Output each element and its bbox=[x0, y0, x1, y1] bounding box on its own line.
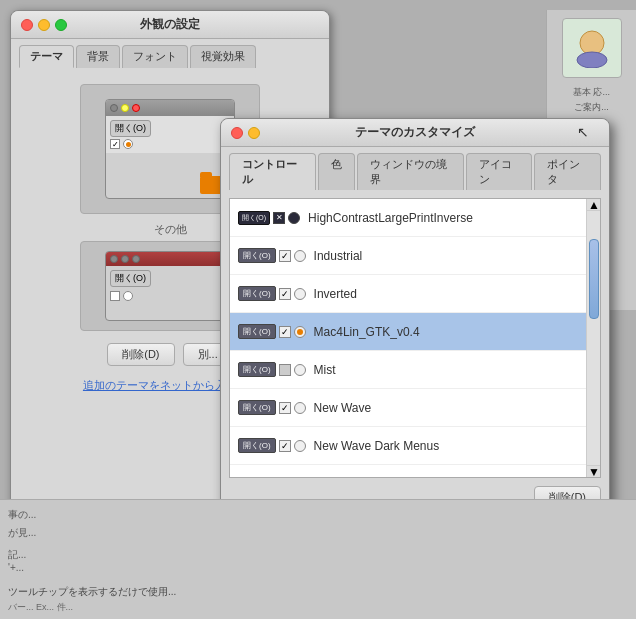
mini-close bbox=[110, 104, 118, 112]
scroll-down[interactable]: ▼ bbox=[587, 465, 601, 477]
list-item[interactable]: 開く(O) ✓ Mac4Lin_GTK_v0.4 bbox=[230, 313, 600, 351]
fg-minimize-button[interactable] bbox=[248, 127, 260, 139]
scroll-up[interactable]: ▲ bbox=[587, 199, 601, 211]
fg-list[interactable]: 開く(O) ✕ HighContrastLargePrintInverse 開く… bbox=[229, 198, 601, 478]
bg-tab-theme[interactable]: テーマ bbox=[19, 45, 74, 68]
mini2-min bbox=[121, 255, 129, 263]
bg-minimize-button[interactable] bbox=[38, 19, 50, 31]
item-6-controls: 開く(O) ✓ bbox=[238, 400, 306, 415]
fg-scrollbar[interactable]: ▲ ▼ bbox=[586, 199, 600, 477]
list-item[interactable]: 開く(O) ✓ New Wave bbox=[230, 389, 600, 427]
item-3-controls: 開く(O) ✓ bbox=[238, 286, 306, 301]
bg-tab-effects[interactable]: 視覚効果 bbox=[190, 45, 256, 68]
bottom-text-4: '+... bbox=[8, 562, 628, 573]
item-5-name: Mist bbox=[314, 363, 592, 377]
item-1-btn[interactable]: 開く(O) bbox=[238, 211, 270, 225]
item-7-controls: 開く(O) ✓ bbox=[238, 438, 306, 453]
mini-cb-row: ✓ bbox=[110, 139, 230, 149]
item-4-btn[interactable]: 開く(O) bbox=[238, 324, 276, 339]
mini-min bbox=[121, 104, 129, 112]
bottom-sub: バー... Ex... 件... bbox=[8, 601, 628, 614]
mini2-check bbox=[110, 291, 120, 301]
scroll-thumb[interactable] bbox=[589, 239, 599, 319]
item-2-radio bbox=[294, 250, 306, 262]
mini-max bbox=[132, 104, 140, 112]
item-2-name: Industrial bbox=[314, 249, 592, 263]
bg-window-title: 外観の設定 bbox=[140, 16, 200, 33]
item-6-name: New Wave bbox=[314, 401, 592, 415]
item-1-name: HighContrastLargePrintInverse bbox=[308, 211, 592, 225]
svg-point-1 bbox=[577, 52, 607, 68]
mini2-close bbox=[110, 255, 118, 263]
mini2-controls bbox=[110, 291, 230, 301]
bottom-text-1: 事の... bbox=[8, 508, 628, 522]
fg-window: テーマのカスタマイズ ↖ コントロール 色 ウィンドウの境界 アイコン ポインタ… bbox=[220, 118, 610, 548]
item-3-name: Inverted bbox=[314, 287, 592, 301]
item-2-controls: 開く(O) ✓ bbox=[238, 248, 306, 263]
cursor-indicator: ↖ bbox=[577, 124, 589, 140]
item-5-radio bbox=[294, 364, 306, 376]
item-3-btn[interactable]: 開く(O) bbox=[238, 286, 276, 301]
mini-checkbox: ✓ bbox=[110, 139, 120, 149]
fg-tab-icon[interactable]: アイコン bbox=[466, 153, 533, 190]
bottom-desc: ツールチップを表示するだけで使用... bbox=[8, 585, 628, 599]
bg-titlebar: 外観の設定 bbox=[11, 11, 329, 39]
item-6-check: ✓ bbox=[279, 402, 291, 414]
bottom-area: 事の... が見... 記... '+... ツールチップを表示するだけで使用.… bbox=[0, 499, 636, 619]
item-4-check: ✓ bbox=[279, 326, 291, 338]
mini-open-btn: 開く(O) bbox=[110, 120, 151, 137]
mini2-max bbox=[132, 255, 140, 263]
item-6-radio bbox=[294, 402, 306, 414]
fg-tab-color[interactable]: 色 bbox=[318, 153, 355, 190]
item-4-radio bbox=[294, 326, 306, 338]
item-2-btn[interactable]: 開く(O) bbox=[238, 248, 276, 263]
item-1-radio bbox=[288, 212, 300, 224]
bg-maximize-button[interactable] bbox=[55, 19, 67, 31]
mini-body-1: 開く(O) ✓ bbox=[106, 116, 234, 153]
fg-close-button[interactable] bbox=[231, 127, 243, 139]
item-7-check: ✓ bbox=[279, 440, 291, 452]
mini-window-2: 開く(O) bbox=[105, 251, 235, 321]
item-6-btn[interactable]: 開く(O) bbox=[238, 400, 276, 415]
item-4-controls: 開く(O) ✓ bbox=[238, 324, 306, 339]
side-icon-1 bbox=[562, 18, 622, 78]
item-5-btn[interactable]: 開く(O) bbox=[238, 362, 276, 377]
list-item[interactable]: 開く(O) ✓ New Wave Dark Menus bbox=[230, 427, 600, 465]
mini-window-1: 開く(O) ✓ bbox=[105, 99, 235, 199]
svg-point-0 bbox=[580, 31, 604, 55]
fg-traffic-lights bbox=[231, 127, 260, 139]
bg-tabs: テーマ 背景 フォント 視覚効果 bbox=[11, 39, 329, 68]
item-7-btn[interactable]: 開く(O) bbox=[238, 438, 276, 453]
side-text2: ご案内... bbox=[549, 101, 634, 114]
bg-tab-font[interactable]: フォント bbox=[122, 45, 188, 68]
fg-content: 開く(O) ✕ HighContrastLargePrintInverse 開く… bbox=[221, 190, 609, 530]
list-item[interactable]: 開く(O) ✓ Inverted bbox=[230, 275, 600, 313]
mini2-radio bbox=[123, 291, 133, 301]
fg-tab-border[interactable]: ウィンドウの境界 bbox=[357, 153, 464, 190]
fg-tab-control[interactable]: コントロール bbox=[229, 153, 316, 190]
mini2-body: 開く(O) bbox=[106, 266, 234, 305]
fg-window-title: テーマのカスタマイズ bbox=[355, 124, 475, 141]
mini2-open-btn: 開く(O) bbox=[110, 270, 151, 287]
list-item[interactable]: 開く(O) Mist bbox=[230, 351, 600, 389]
mini-titlebar-2 bbox=[106, 252, 234, 266]
bg-close-button[interactable] bbox=[21, 19, 33, 31]
list-item[interactable]: 開く(O) ✕ HighContrastLargePrintInverse bbox=[230, 199, 600, 237]
bg-tab-background[interactable]: 背景 bbox=[76, 45, 120, 68]
bg-delete-button[interactable]: 削除(D) bbox=[107, 343, 174, 366]
item-1-check: ✕ bbox=[273, 212, 285, 224]
item-5-controls: 開く(O) bbox=[238, 362, 306, 377]
bottom-text-3: 記... bbox=[8, 548, 628, 562]
fg-titlebar: テーマのカスタマイズ ↖ bbox=[221, 119, 609, 147]
mini-radio bbox=[123, 139, 133, 149]
fg-tab-pointer[interactable]: ポインタ bbox=[534, 153, 601, 190]
item-5-check bbox=[279, 364, 291, 376]
list-item[interactable]: 開く(O) ✓ Industrial bbox=[230, 237, 600, 275]
side-icon-svg bbox=[572, 28, 612, 68]
item-7-radio bbox=[294, 440, 306, 452]
item-3-check: ✓ bbox=[279, 288, 291, 300]
item-4-name: Mac4Lin_GTK_v0.4 bbox=[314, 325, 592, 339]
item-7-name: New Wave Dark Menus bbox=[314, 439, 592, 453]
side-text: 基本 応... bbox=[549, 86, 634, 99]
bottom-text-2: が見... bbox=[8, 526, 628, 540]
